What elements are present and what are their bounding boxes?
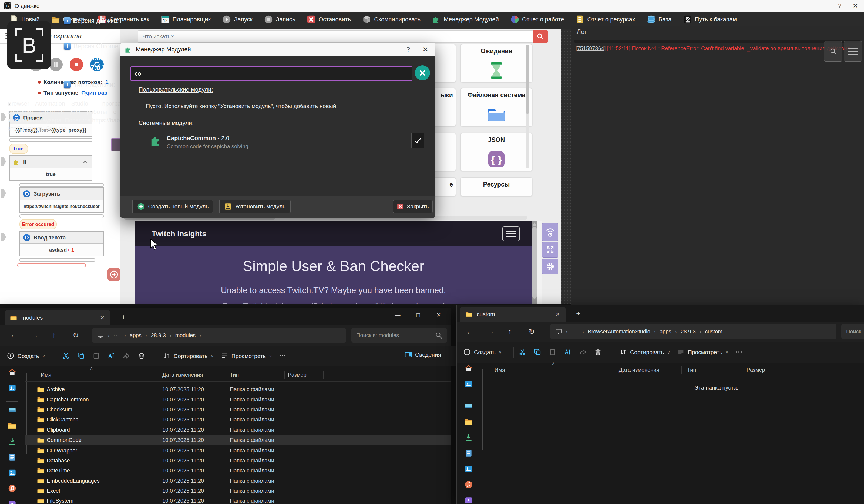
cmd-view-button[interactable]: Просмотреть∨ [677,348,729,356]
refresh-button[interactable]: ↻ [73,331,79,340]
maximize-button[interactable]: □ [412,310,424,320]
block-connector[interactable] [20,214,104,218]
toolbar-stopx-button[interactable]: Остановить [301,12,357,27]
e2-breadcrumb[interactable]: ›···›BrowserAutomationStudio›apps›28.9.3… [550,324,837,339]
minimize-button[interactable]: — [391,310,404,320]
cmd-trash-button[interactable] [138,352,146,360]
file-row[interactable]: ClickCaptcha10.07.2025 11:20Папка с файл… [25,415,451,425]
close-button[interactable]: ✕ [432,310,445,320]
up-button[interactable]: ↑ [52,331,56,339]
cmd-view-button[interactable]: Просмотреть∨ [221,352,272,360]
module-enabled-checkbox[interactable] [411,133,424,148]
rail-home-icon[interactable] [464,364,473,373]
action-card-partial[interactable]: ыки [432,88,456,126]
rail-image-icon[interactable] [8,384,16,392]
forward-button[interactable]: → [31,331,38,339]
rail-drive-icon[interactable] [8,406,16,414]
mm-help-button[interactable]: ? [407,46,410,53]
browser-settings-button[interactable] [542,259,558,274]
col-size[interactable]: Размер [746,367,765,373]
rail-music-icon[interactable] [8,484,16,493]
card-wait[interactable]: Ожидание [460,44,532,82]
breadcrumb-item[interactable]: custom [705,329,722,335]
panel-splitter[interactable] [561,29,571,304]
cmd-cut-button[interactable] [62,352,70,360]
toolbar-puzzleg-button[interactable]: Менеджер Модулей [426,12,505,27]
rail-document-icon[interactable] [8,453,16,462]
breadcrumb-item[interactable]: BrowserAutomationStudio [588,329,650,335]
cmd-trash-button[interactable] [594,348,602,356]
col-name[interactable]: Имя [41,372,51,378]
install-module-button[interactable]: Установить модуль [219,200,291,213]
up-button[interactable]: ↑ [508,328,512,336]
cmd-sort-button[interactable]: Сортировать∨ [163,352,214,360]
toolbar-pie-button[interactable]: Отчет о работе [505,12,570,27]
e1-search-box[interactable]: Поиск в: modules [351,328,447,343]
refresh-button[interactable]: ↻ [529,328,535,336]
forward-button[interactable]: → [487,328,494,336]
browser-hamburger-button[interactable] [502,226,520,241]
col-date[interactable]: Дата изменения [162,372,203,378]
cmd-rename-button[interactable] [108,352,116,360]
block-connector[interactable] [20,258,95,262]
stop-button[interactable] [70,58,83,71]
action-card-partial[interactable]: е [432,177,456,196]
file-row[interactable]: Database10.07.2025 11:20Папка с файлами [25,456,451,466]
cmd-share-button[interactable] [579,348,587,356]
input-text-block[interactable]: Ввод текста asdasd + 1 [20,231,104,257]
breadcrumb-item[interactable]: modules [175,332,196,339]
action-card-partial[interactable] [432,44,456,82]
rail-folder-icon[interactable] [464,418,473,426]
mm-clear-search-button[interactable] [415,65,430,81]
toolbar-runc-button[interactable]: Запуск [216,12,258,27]
cmd-plus-button[interactable]: Создать∨ [463,348,502,356]
toolbar-calendar-button[interactable]: 12Планировщик [155,12,217,27]
tab-close-icon[interactable]: ✕ [100,315,105,321]
file-row[interactable]: EmbeddedLanguages10.07.2025 11:20Папка с… [25,476,451,486]
card-json[interactable]: JSON{ } [460,133,532,171]
details-pane-button[interactable]: Сведения [404,351,441,359]
goto-action-button[interactable] [108,268,120,281]
breadcrumb-item[interactable]: 28.9.3 [681,329,696,335]
col-type[interactable]: Тип [687,367,696,373]
file-row[interactable]: Checksum10.07.2025 11:20Папка с файлами [25,405,451,415]
action-search-input[interactable] [138,30,533,42]
toolbar-dbcyl-button[interactable]: База [641,12,677,27]
new-tab-button[interactable]: + [576,309,580,318]
action-search-button[interactable] [532,30,548,42]
create-module-button[interactable]: Создать новый модуль [132,200,213,213]
breadcrumb-item[interactable]: 28.9.3 [151,332,166,339]
e2-rail-scrollbar[interactable] [482,369,483,450]
col-size[interactable]: Размер [288,372,307,378]
block-connector-error[interactable] [17,263,86,267]
cmd-copy-button[interactable] [534,348,542,356]
rail-download-icon[interactable] [464,433,473,442]
file-row[interactable]: Excel10.07.2025 11:20Папка с файлами [25,486,451,496]
toolbar-recc-button[interactable]: Запись [258,12,301,27]
cmd-dots-button[interactable] [279,352,287,360]
breadcrumb-item[interactable]: apps [130,332,141,339]
fullscreen-button[interactable] [542,242,558,258]
rail-home-icon[interactable] [8,368,16,377]
collapse-icon[interactable] [82,159,88,165]
col-type[interactable]: Тип [230,372,239,378]
file-row[interactable]: DateTime10.07.2025 11:20Папка с файлами [25,466,451,476]
col-date[interactable]: Дата изменения [619,367,659,373]
toolbar-docy-button[interactable]: Отчет о ресурсах [569,12,641,27]
rail-image-icon[interactable] [8,468,16,477]
rail-drive-icon[interactable] [464,402,473,410]
rail-image-icon[interactable] [464,380,473,389]
if-block[interactable]: If true [9,156,92,181]
breadcrumb-ellipsis[interactable]: ··· [572,329,578,335]
col-name[interactable]: Имя [494,367,505,373]
browser-brand[interactable]: Twitch Insights [152,230,206,238]
touch-mode-button[interactable] [542,223,558,241]
rail-video-icon[interactable] [464,496,473,504]
e1-tab[interactable]: modules ✕ [4,310,110,325]
cmd-dots-button[interactable] [735,348,743,356]
cmd-share-button[interactable] [123,352,131,360]
log-menu-button[interactable] [844,41,862,62]
back-button[interactable]: ← [466,328,473,336]
cards-scrollbar[interactable] [526,45,529,169]
rail-video-icon[interactable] [8,500,16,504]
